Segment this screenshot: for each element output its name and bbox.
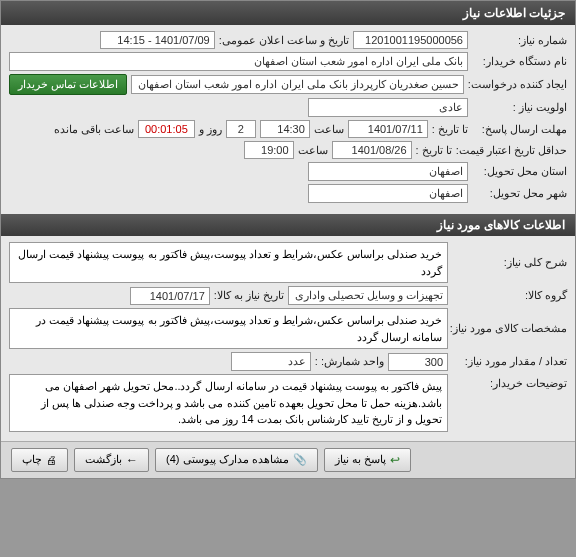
countdown-label: ساعت باقی مانده <box>54 123 134 136</box>
qty-field: 300 <box>388 353 448 371</box>
details-window: جزئیات اطلاعات نیاز شماره نیاز: 12010011… <box>0 0 576 479</box>
attachments-button[interactable]: مشاهده مدارک پیوستی (4) <box>155 448 318 472</box>
days-remain-label: روز و <box>199 123 222 136</box>
reply-button[interactable]: پاسخ به نیاز <box>324 448 411 472</box>
buyer-org-label: نام دستگاه خریدار: <box>472 55 567 68</box>
price-valid-label: حداقل تاریخ اعتبار قیمت: <box>456 144 567 157</box>
req-no-label: شماره نیاز: <box>472 34 567 47</box>
to-date-label: تا تاریخ : <box>432 123 468 136</box>
window-title: جزئیات اطلاعات نیاز <box>463 6 565 20</box>
spec-label: مشخصات کالای مورد نیاز: <box>452 322 567 335</box>
creator-field: حسین صغدریان کارپرداز بانک ملی ایران ادا… <box>131 75 464 94</box>
priority-field: عادی <box>308 98 468 117</box>
print-button-label: چاپ <box>22 453 42 466</box>
goods-section-title: اطلاعات کالاهای مورد نیاز <box>437 218 565 232</box>
req-no-field: 1201001195000056 <box>353 31 468 49</box>
reply-button-label: پاسخ به نیاز <box>335 453 386 466</box>
qty-label: تعداد / مقدار مورد نیاز: <box>452 355 567 368</box>
spec-field: خرید صندلی براساس عکس،شرایط و تعداد پیوس… <box>9 308 448 349</box>
price-valid-date-field: 1401/08/26 <box>332 141 412 159</box>
goods-section-header: اطلاعات کالاهای مورد نیاز <box>1 214 575 236</box>
unit-field: عدد <box>231 352 311 371</box>
group-label: گروه کالا: <box>452 289 567 302</box>
deliver-city-field: اصفهان <box>308 184 468 203</box>
desc-field: خرید صندلی براساس عکس،شرایط و تعداد پیوس… <box>9 242 448 283</box>
back-icon <box>126 453 138 467</box>
need-date-label: تاریخ نیاز به کالا: <box>214 289 284 302</box>
goods-info-section: شرح کلی نیاز: خرید صندلی براساس عکس،شرای… <box>1 236 575 441</box>
print-icon <box>46 454 57 466</box>
attachments-button-label: مشاهده مدارک پیوستی (4) <box>166 453 289 466</box>
priority-label: اولویت نیاز : <box>472 101 567 114</box>
deliver-city-label: شهر محل تحویل: <box>472 187 567 200</box>
back-button-label: بازگشت <box>85 453 122 466</box>
time-label-2: ساعت <box>298 144 328 157</box>
deliver-prov-field: اصفهان <box>308 162 468 181</box>
attachment-icon <box>293 453 307 466</box>
buyer-notes-label: توضیحات خریدار: <box>452 374 567 390</box>
print-button[interactable]: چاپ <box>11 448 68 472</box>
reply-icon <box>390 453 400 467</box>
to-date-label-2: تا تاریخ : <box>416 144 452 157</box>
desc-label: شرح کلی نیاز: <box>452 256 567 269</box>
unit-label: واحد شمارش: : <box>315 355 384 368</box>
countdown-timer: 00:01:05 <box>138 120 195 138</box>
buyer-notes-field: پیش فاکتور به پیوست پیشنهاد قیمت در ساما… <box>9 374 448 432</box>
reply-time-field: 14:30 <box>260 120 310 138</box>
request-info-section: شماره نیاز: 1201001195000056 تاریخ و ساع… <box>1 25 575 212</box>
days-remain-field: 2 <box>226 120 256 138</box>
buyer-org-field: بانک ملی ایران اداره امور شعب استان اصفه… <box>9 52 468 71</box>
time-label-1: ساعت <box>314 123 344 136</box>
reply-deadline-label: مهلت ارسال پاسخ: <box>472 123 567 136</box>
back-button[interactable]: بازگشت <box>74 448 149 472</box>
button-bar: پاسخ به نیاز مشاهده مدارک پیوستی (4) باز… <box>1 441 575 478</box>
reply-date-field: 1401/07/11 <box>348 120 428 138</box>
deliver-prov-label: استان محل تحویل: <box>472 165 567 178</box>
creator-label: ایجاد کننده درخواست: <box>468 78 567 91</box>
group-field: تجهیزات و وسایل تحصیلی واداری <box>288 286 448 305</box>
window-titlebar: جزئیات اطلاعات نیاز <box>1 1 575 25</box>
pub-date-label: تاریخ و ساعت اعلان عمومی: <box>219 34 349 47</box>
buyer-contact-button[interactable]: اطلاعات تماس خریدار <box>9 74 127 95</box>
price-valid-time-field: 19:00 <box>244 141 294 159</box>
need-date-field: 1401/07/17 <box>130 287 210 305</box>
pub-date-field: 1401/07/09 - 14:15 <box>100 31 215 49</box>
